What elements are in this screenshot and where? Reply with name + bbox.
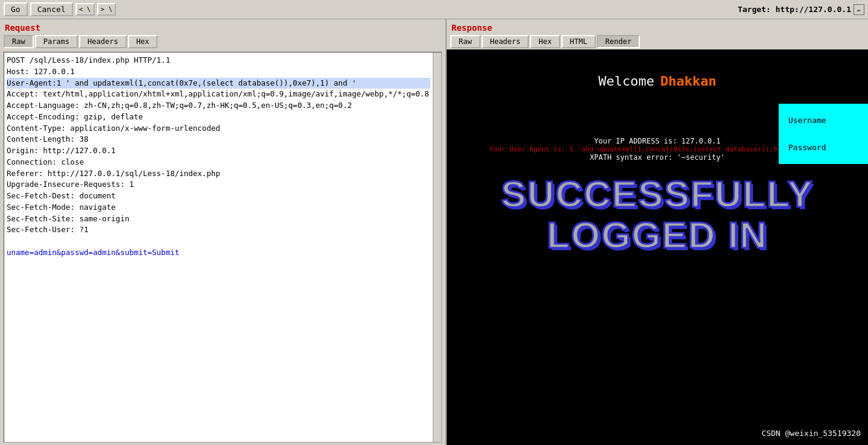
request-content: POST /sql/Less-18/index.php HTTP/1.1 Hos… (7, 55, 430, 259)
tab-hex-request[interactable]: Hex (128, 35, 158, 48)
cancel-button[interactable]: Cancel (30, 2, 73, 16)
request-line-sec-site: Sec-Fetch-Site: same-origin (7, 214, 129, 223)
welcome-text: Welcome (598, 74, 654, 89)
username-display: Dhakkan (660, 74, 716, 89)
forward-button[interactable]: > \ (97, 3, 116, 16)
tab-params-request[interactable]: Params (35, 35, 78, 48)
tab-headers-response[interactable]: Headers (482, 35, 529, 48)
request-line-host: Host: 127.0.0.1 (7, 67, 75, 76)
request-line-connection: Connection: close (7, 157, 84, 166)
tab-raw-response[interactable]: Raw (450, 35, 480, 48)
request-line-referer: Referer: http://127.0.0.1/sql/Less-18/in… (7, 169, 220, 178)
main-layout: Request Raw Params Headers Hex POST /sql… (0, 19, 868, 445)
request-title: Request (0, 19, 445, 34)
success-line2: LOGGED IN (501, 215, 814, 256)
password-label: Password (788, 143, 858, 152)
target-display: Target: http://127.0.0.1 ✏ (738, 4, 864, 15)
success-text: SUCCESSFULLY LOGGED IN (501, 174, 814, 256)
request-pane: Request Raw Params Headers Hex POST /sql… (0, 19, 447, 445)
request-line-1: POST /sql/Less-18/index.php HTTP/1.1 (7, 55, 170, 65)
success-line1: SUCCESSFULLY (501, 174, 814, 215)
request-line-sec-dest: Sec-Fetch-Dest: document (7, 191, 116, 200)
response-title: Response (447, 19, 868, 34)
tab-html-response[interactable]: HTML (561, 35, 596, 48)
request-line-sec-mode: Sec-Fetch-Mode: navigate (7, 203, 116, 212)
ua-line: Your User Agent is: 1 'and updatexml(1,c… (490, 145, 825, 153)
footer-text: CSDN @weixin_53519320 (762, 429, 861, 438)
tab-headers-request[interactable]: Headers (79, 35, 127, 48)
username-label: Username (788, 116, 858, 125)
request-line-upgrade: Upgrade-Insecure-Requests: 1 (7, 180, 134, 189)
request-tab-bar: Raw Params Headers Hex (0, 34, 445, 49)
rendered-page: Welcome Dhakkan Username Password Your I… (447, 49, 868, 445)
tab-hex-response[interactable]: Hex (530, 35, 560, 48)
tab-raw-request[interactable]: Raw (4, 35, 34, 48)
request-line-accept: Accept: text/html,application/xhtml+xml,… (7, 89, 429, 98)
request-line-content-len: Content-Length: 38 (7, 134, 88, 144)
post-data: uname=admin&passwd=admin&submit=Submit (7, 248, 179, 257)
request-line-origin: Origin: http://127.0.0.1 (7, 146, 116, 155)
request-line-accept-lang: Accept-Language: zh-CN,zh;q=0.8,zh-TW;q=… (7, 101, 352, 110)
request-line-accept-enc: Accept-Encoding: gzip, deflate (7, 112, 143, 121)
xpath-line: XPATH syntax error: '~security' (490, 153, 825, 162)
login-box: Username Password (779, 104, 868, 164)
request-line-content-type: Content-Type: application/x-www-form-url… (7, 124, 220, 133)
request-body: POST /sql/Less-18/index.php HTTP/1.1 Hos… (4, 52, 442, 443)
response-tab-bar: Raw Headers Hex HTML Render (447, 34, 868, 49)
ip-line: Your IP ADDRESS is: 127.0.0.1 (490, 137, 825, 145)
go-button[interactable]: Go (4, 2, 28, 16)
back-button[interactable]: < \ (75, 3, 95, 16)
request-line-ua: User-Agent:1 ' and updatexml(1,concat(0x… (7, 78, 430, 89)
ip-section: Your IP ADDRESS is: 127.0.0.1 Your User … (490, 137, 825, 162)
response-body: Welcome Dhakkan Username Password Your I… (447, 49, 868, 445)
response-pane: Response Raw Headers Hex HTML Render Wel… (447, 19, 868, 445)
top-bar: Go Cancel < \ > \ Target: http://127.0.0… (0, 0, 868, 19)
tab-render-response[interactable]: Render (597, 35, 640, 48)
edit-target-icon[interactable]: ✏ (854, 4, 864, 15)
welcome-header: Welcome Dhakkan (598, 74, 716, 89)
scrollbar[interactable] (433, 52, 441, 442)
request-line-sec-user: Sec-Fetch-User: ?1 (7, 225, 88, 234)
